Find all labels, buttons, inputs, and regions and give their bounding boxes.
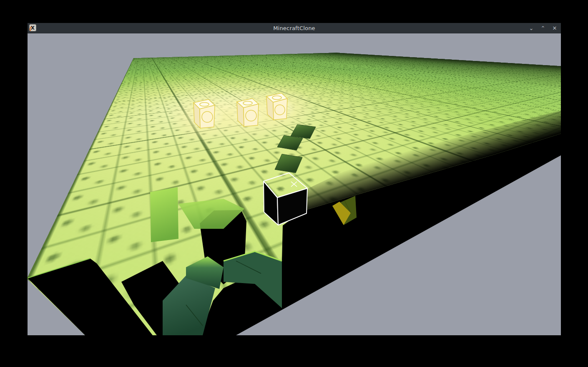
selected-block-left-face xyxy=(264,181,278,225)
crosshair-icon xyxy=(291,182,297,187)
window-title: MinecraftClone xyxy=(28,25,561,31)
lamp-front-face xyxy=(273,99,287,120)
app-window: X MinecraftClone ⌄ ⌃ ✕ xyxy=(28,23,561,335)
scene-overlay xyxy=(28,33,561,335)
close-button[interactable]: ✕ xyxy=(552,25,558,31)
hole xyxy=(275,154,302,173)
maximize-button[interactable]: ⌃ xyxy=(540,25,546,31)
screenshot-stage: X MinecraftClone ⌄ ⌃ ✕ xyxy=(0,0,588,367)
lamp-block xyxy=(237,99,259,127)
x11-logo-icon[interactable]: X xyxy=(29,24,36,31)
game-viewport[interactable] xyxy=(28,33,561,335)
lamp-block xyxy=(266,93,287,120)
window-controls: ⌄ ⌃ ✕ xyxy=(528,23,558,33)
minimize-button[interactable]: ⌄ xyxy=(528,25,534,31)
hole xyxy=(277,135,303,150)
step-face xyxy=(150,187,178,242)
window-titlebar[interactable]: X MinecraftClone ⌄ ⌃ ✕ xyxy=(28,23,561,33)
lamp-block xyxy=(193,99,215,128)
x11-letter: X xyxy=(31,25,35,30)
lamp-blocks xyxy=(169,85,313,143)
